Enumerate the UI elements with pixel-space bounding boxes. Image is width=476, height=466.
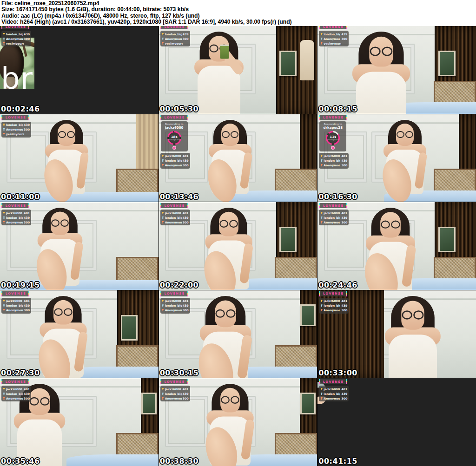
leaderboard-row: jackz6000481 (320, 154, 347, 158)
tip-amount: 439 (183, 216, 189, 219)
timestamp-label: 00:13:46 (160, 192, 199, 201)
tip-leaderboard: jackz6000481london_bigdick439Anonymous30… (319, 153, 349, 169)
tipper-name: Anonymous (324, 397, 340, 400)
face (215, 300, 236, 327)
lovense-banner: LOVENSE (161, 203, 188, 208)
file-name-line: File: celine_rose_202512060752.mp4 (1, 0, 475, 7)
tip-amount: 439 (341, 392, 347, 395)
picture-frame (121, 315, 138, 341)
lovense-banner-label: LOVENSE (322, 26, 344, 29)
tipper-name: jackz6000 (324, 299, 340, 302)
lovense-banner: LOVENSE (161, 291, 188, 296)
tip-amount: 439 (24, 216, 30, 219)
leaderboard-row: london_bigdick439 (3, 391, 30, 396)
responding-label: Responding to (320, 123, 345, 125)
wall-panel (7, 131, 50, 183)
timer-level-label: Ultra high level (168, 139, 180, 141)
stream-overlay: LOVENSEjackz6000481london_bigdick439Anon… (1, 203, 31, 225)
stream-overlay: LOVENSEjackz6000481london_bigdick439Anon… (160, 203, 190, 225)
lovense-banner-label: LOVENSE (163, 26, 185, 29)
tipper-name: london_bigdick (6, 123, 23, 126)
gold-trophy-icon (162, 33, 164, 35)
thumbnail-cell[interactable]: LOVENSElondon_bigdick439Anonymous300yesi… (0, 114, 159, 202)
leaderboard-row: london_bigdick439 (162, 391, 189, 396)
thumbnail-cell[interactable]: LOVENSEjackz6000481london_bigdick439Anon… (317, 378, 476, 466)
lovense-banner: LOVENSE (319, 115, 346, 120)
glasses-icon (226, 309, 235, 318)
tip-amount: 300 (341, 221, 347, 224)
thumbnail-cell[interactable]: LOVENSElondon_bigdick439Anonymous300yesi… (317, 26, 476, 114)
lovense-banner: LOVENSE (319, 291, 346, 296)
thumbnail-cell[interactable]: LOVENSEjackz6000481london_bigdick439Anon… (317, 202, 476, 290)
gold-trophy-icon (162, 155, 164, 157)
tipper-name: london_bigdick (6, 216, 23, 219)
tipper-name: london_bigdick (6, 392, 23, 395)
leaderboard-row: Anonymous300 (320, 396, 347, 400)
tip-leaderboard: jackz6000481london_bigdick439Anonymous30… (1, 386, 31, 401)
leaderboard-row: london_bigdick439 (162, 215, 189, 220)
tank-top (389, 335, 437, 378)
lovense-banner-label: LOVENSE (5, 26, 26, 29)
silver-trophy-icon (320, 304, 323, 307)
timestamp-label: 00:11:00 (1, 192, 40, 201)
gold-trophy-icon (320, 33, 323, 35)
thumbnail-cell[interactable]: LOVENSEjackz6000481london_bigdick439Anon… (317, 290, 476, 378)
tipper-name: yesimyoursplease250 (324, 42, 341, 45)
leaderboard-row: jackz6000481 (320, 210, 347, 215)
timestamp-label: 00:22:00 (160, 281, 199, 289)
tip-leaderboard: london_bigdick439Anonymous300yesimyoursp… (1, 31, 31, 46)
thumbnail-cell[interactable]: LOVENSEjackz6000481london_bigdick439Anon… (159, 290, 317, 378)
lovense-banner-label: LOVENSE (322, 116, 344, 119)
bed-headboard (116, 169, 159, 194)
tip-amount: 439 (341, 304, 347, 307)
picture-frame (300, 393, 316, 414)
thumbnail-cell[interactable]: LOVENSElondon_bigdick439Anonymous300yesi… (159, 26, 317, 114)
glasses-icon (54, 308, 63, 316)
tip-amount: 300 (24, 128, 30, 131)
glasses-icon (381, 221, 390, 229)
tip-amount: 300 (24, 221, 30, 224)
leaderboard-row: london_bigdick439 (3, 123, 30, 127)
leaderboard-row: jackz6000481 (320, 299, 347, 303)
thumbnail-cell[interactable]: LOVENSEjackz6000481london_bigdick439Anon… (159, 202, 317, 290)
tip-amount: 300 (24, 37, 30, 40)
tipper-name: jackz6000 (324, 211, 340, 215)
lovense-banner: LOVENSE (2, 203, 29, 208)
thumbnail-cell[interactable]: brbLOVENSElondon_bigdick439Anonymous300y… (0, 26, 159, 114)
face (51, 212, 69, 235)
thumbnail-cell[interactable]: LOVENSEResponding tojackz600018sUltra hi… (159, 114, 317, 202)
responding-panel: Responding todrkapes2811sUltra high leve… (319, 121, 346, 151)
thumbnail-cell[interactable]: LOVENSEjackz6000481london_bigdick439Anon… (0, 378, 159, 466)
tipper-name: london_bigdick (165, 33, 182, 36)
thumbnail-cell[interactable]: LOVENSEResponding todrkapes2811sUltra hi… (317, 114, 476, 202)
silver-trophy-icon (162, 38, 164, 40)
tipper-name: london_bigdick (324, 159, 340, 162)
tipper-name: jackz6000 (6, 299, 23, 302)
tip-amount: 481 (341, 154, 347, 158)
thumbnail-cell[interactable]: LOVENSEjackz6000481london_bigdick439Anon… (159, 378, 317, 466)
tank-top (198, 66, 240, 114)
glasses-icon (67, 131, 75, 138)
leaderboard-row: Anonymous300 (3, 396, 30, 400)
tip-leaderboard: jackz6000481london_bigdick439Anonymous30… (160, 210, 190, 225)
thumbnail-cell[interactable]: LOVENSEjackz6000481london_bigdick439Anon… (0, 202, 159, 290)
stream-overlay: LOVENSEjackz6000481london_bigdick439Anon… (160, 291, 190, 314)
silver-trophy-icon (3, 128, 5, 131)
lovense-banner-label: LOVENSE (322, 380, 344, 384)
stream-overlay: LOVENSEResponding todrkapes2811sUltra hi… (319, 115, 349, 169)
tip-amount: 439 (183, 392, 189, 395)
responding-panel: Responding tojackz600018sUltra high leve… (161, 121, 188, 151)
silver-trophy-icon (3, 38, 5, 40)
glasses-icon (215, 309, 225, 318)
leaderboard-row: Anonymous300 (3, 308, 30, 313)
stream-overlay: LOVENSEjackz6000481london_bigdick439Anon… (319, 203, 349, 225)
tip-leaderboard: jackz6000481london_bigdick439Anonymous30… (160, 298, 190, 314)
gold-trophy-icon (320, 155, 323, 157)
lovense-banner-label: LOVENSE (5, 380, 26, 384)
tipper-name: jackz6000 (324, 154, 340, 158)
leaderboard-row: Anonymous300 (162, 308, 189, 313)
bronze-trophy-icon (162, 397, 164, 400)
gold-trophy-icon (320, 212, 323, 214)
tip-amount: 300 (24, 397, 30, 400)
thumbnail-cell[interactable]: LOVENSEjackz6000481london_bigdick439Anon… (0, 290, 159, 378)
